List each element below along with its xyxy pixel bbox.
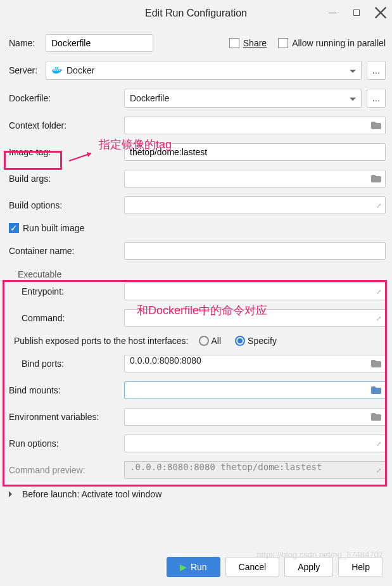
minimize-button[interactable] <box>326 6 339 19</box>
dockerfile-label: Dockerfile: <box>9 93 119 103</box>
expand-arrow-icon[interactable] <box>9 491 12 497</box>
before-launch-label[interactable]: Before launch: Activate tool window <box>22 489 161 499</box>
window-title: Edit Run Configuration <box>145 8 247 19</box>
container-input[interactable] <box>124 242 386 260</box>
titlebar: Edit Run Configuration <box>0 0 392 27</box>
maximize-button[interactable] <box>350 6 363 19</box>
annotation-text-imagetag: 指定镜像的tag <box>99 137 172 152</box>
annotation-arrow-icon <box>66 150 98 165</box>
chevron-down-icon <box>350 65 356 75</box>
container-label: Container name: <box>9 246 119 256</box>
context-input[interactable] <box>124 117 386 134</box>
help-button[interactable]: Help <box>338 557 383 577</box>
server-select[interactable]: Docker <box>46 61 362 80</box>
annotation-box-imagetag <box>4 151 62 170</box>
name-input[interactable] <box>46 34 153 52</box>
name-label: Name: <box>9 38 41 48</box>
share-checkbox-label[interactable]: Share <box>229 38 267 48</box>
play-icon: ▶ <box>180 562 187 572</box>
dockerfile-more-button[interactable]: … <box>367 89 386 108</box>
buildargs-label: Build args: <box>9 174 119 184</box>
buildoptions-input[interactable]: ⤢ <box>124 196 386 214</box>
buildargs-input[interactable] <box>124 170 386 188</box>
server-more-button[interactable]: … <box>367 61 386 80</box>
buildoptions-label: Build options: <box>9 200 119 210</box>
cancel-button[interactable]: Cancel <box>225 557 280 577</box>
docker-icon <box>51 65 63 76</box>
parallel-checkbox[interactable] <box>278 38 288 48</box>
folder-icon <box>371 175 381 182</box>
runbuilt-checkbox-label[interactable]: ✓ Run built image <box>9 223 84 233</box>
dockerfile-select[interactable]: Dockerfile <box>124 89 362 108</box>
apply-button[interactable]: Apply <box>284 557 333 577</box>
chevron-down-icon <box>350 93 356 103</box>
share-checkbox[interactable] <box>229 38 239 48</box>
close-button[interactable] <box>374 6 387 19</box>
parallel-checkbox-label[interactable]: Allow running in parallel <box>278 38 386 48</box>
executable-label: Executable <box>18 269 61 279</box>
annotation-text-executable: 和Dockerfile中的命令对应 <box>137 303 267 318</box>
folder-icon <box>371 122 381 129</box>
expand-icon: ⤢ <box>376 202 381 209</box>
context-label: Context folder: <box>9 120 119 131</box>
run-button[interactable]: ▶ Run <box>167 557 220 577</box>
server-label: Server: <box>9 65 41 75</box>
runbuilt-checkbox[interactable]: ✓ <box>9 223 19 233</box>
watermark: https://blog.csdn.net/ng_57484707 <box>257 550 384 559</box>
